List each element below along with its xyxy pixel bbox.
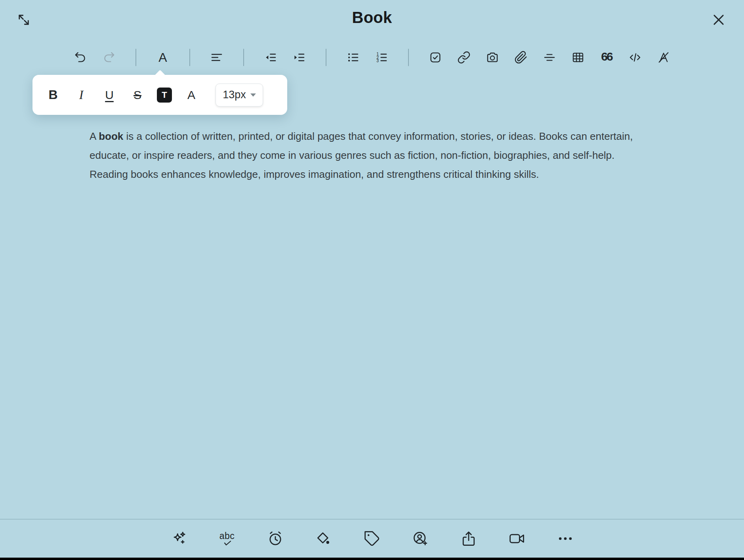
- undo-button[interactable]: [72, 48, 89, 67]
- quote-icon: 66: [601, 51, 612, 63]
- strikethrough-button[interactable]: S: [129, 86, 146, 104]
- align-left-icon: [210, 51, 223, 64]
- alarm-clock-icon: [267, 530, 284, 547]
- spellcheck-icon: abc: [219, 531, 235, 546]
- text-format-popup: B I U S T A 13px: [32, 75, 287, 115]
- table-button[interactable]: [570, 48, 586, 67]
- font-size-value: 13px: [223, 89, 246, 101]
- add-user-icon: [412, 530, 429, 547]
- share-icon: [460, 530, 477, 547]
- note-text-line: educate, or inspire readers, and they co…: [90, 146, 735, 165]
- page-title: Book: [0, 9, 744, 27]
- paperclip-icon: [514, 51, 528, 64]
- quote-button[interactable]: 66: [598, 48, 615, 67]
- divider-button[interactable]: [541, 48, 558, 67]
- sparkle-wand-icon: [170, 530, 187, 547]
- toolbar-divider: [135, 49, 136, 66]
- home-indicator-bar: [0, 558, 744, 560]
- toolbar-divider: [326, 49, 326, 66]
- note-text-line: A book is a collection of written, print…: [90, 127, 735, 146]
- tag-icon: [363, 530, 381, 547]
- video-camera-icon: [508, 530, 526, 547]
- code-icon: [628, 51, 642, 64]
- horizontal-rule-icon: [543, 51, 556, 64]
- reminder-button[interactable]: [266, 529, 285, 548]
- underline-button[interactable]: U: [101, 86, 118, 104]
- bold-button[interactable]: B: [44, 86, 62, 104]
- color-diamond-icon: [315, 530, 332, 547]
- video-button[interactable]: [507, 529, 527, 548]
- bold-word: book: [99, 130, 123, 142]
- share-button[interactable]: [459, 529, 478, 548]
- redo-button[interactable]: [101, 48, 117, 67]
- link-button[interactable]: [456, 48, 472, 67]
- camera-button[interactable]: [484, 48, 501, 67]
- clear-format-icon: [657, 51, 670, 64]
- numbered-list-button[interactable]: 1 2 3: [373, 48, 390, 67]
- numbered-list-icon: 1 2 3: [375, 51, 388, 64]
- link-icon: [457, 51, 471, 64]
- attachment-button[interactable]: [513, 48, 529, 67]
- svg-text:3: 3: [376, 58, 379, 63]
- code-button[interactable]: [627, 48, 643, 67]
- highlight-button[interactable]: T: [157, 88, 172, 103]
- tag-button[interactable]: [362, 529, 382, 548]
- note-window: Book A: [0, 0, 744, 560]
- clear-format-button[interactable]: [655, 48, 672, 67]
- redo-icon: [102, 51, 116, 64]
- undo-icon: [74, 51, 87, 64]
- close-button[interactable]: [709, 10, 728, 29]
- text-color-button[interactable]: A: [183, 86, 200, 104]
- checklist-button[interactable]: [427, 48, 444, 67]
- bullet-list-button[interactable]: [345, 48, 361, 67]
- close-icon: [711, 12, 726, 27]
- bottom-toolbar: abc: [0, 519, 744, 558]
- bullet-list-icon: [346, 51, 360, 64]
- text-format-button[interactable]: A: [155, 48, 171, 67]
- note-text-line: Reading books enhances knowledge, improv…: [90, 165, 735, 184]
- more-dots-icon: [557, 530, 574, 547]
- font-size-select[interactable]: 13px: [216, 84, 263, 107]
- camera-icon: [486, 51, 499, 64]
- spellcheck-button[interactable]: abc: [217, 529, 237, 548]
- chevron-down-icon: [250, 93, 256, 97]
- table-icon: [571, 51, 585, 64]
- ai-assist-button[interactable]: [169, 529, 188, 548]
- outdent-icon: [264, 51, 277, 64]
- toolbar-divider: [243, 49, 244, 66]
- more-button[interactable]: [556, 529, 575, 548]
- toolbar-divider: [189, 49, 190, 66]
- outdent-button[interactable]: [262, 48, 279, 67]
- indent-icon: [292, 51, 306, 64]
- note-editor[interactable]: A book is a collection of written, print…: [90, 127, 735, 184]
- align-button[interactable]: [208, 48, 225, 67]
- note-color-button[interactable]: [314, 529, 333, 548]
- editor-toolbar: A: [0, 46, 744, 69]
- add-collaborator-button[interactable]: [411, 529, 430, 548]
- checkbox-icon: [429, 51, 442, 64]
- text-format-icon: A: [158, 51, 167, 64]
- toolbar-divider: [408, 49, 409, 66]
- italic-button[interactable]: I: [72, 86, 90, 104]
- indent-button[interactable]: [291, 48, 307, 67]
